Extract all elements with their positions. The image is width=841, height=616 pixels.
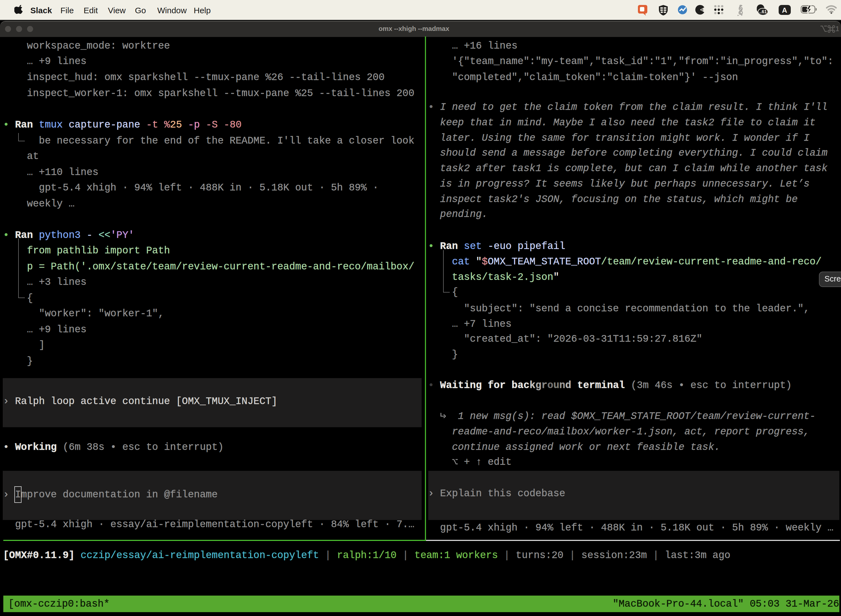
svg-text:1: 1 — [835, 25, 839, 32]
svg-text:..61: ..61 — [759, 9, 767, 14]
